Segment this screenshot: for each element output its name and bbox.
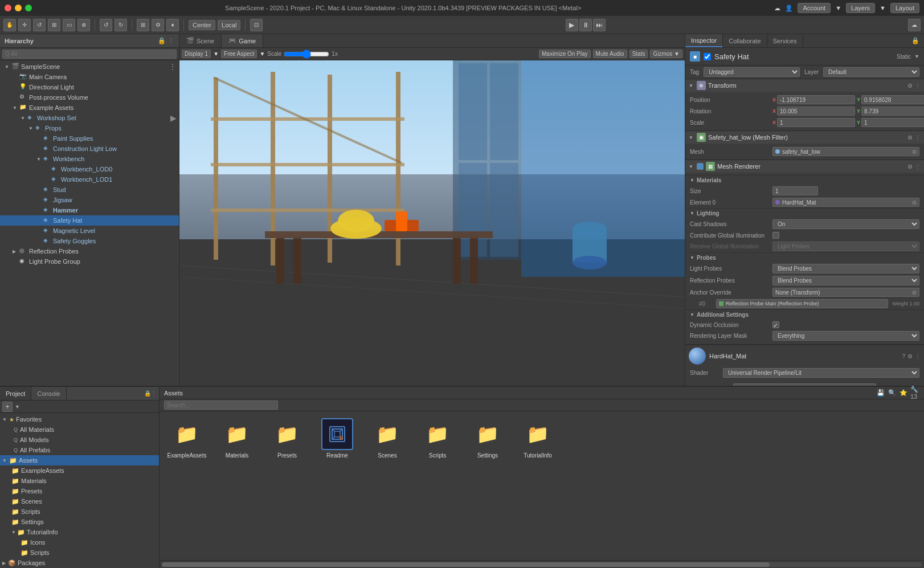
proj-item-packages[interactable]: ▶ 📦 Packages: [0, 558, 159, 568]
tab-inspector[interactable]: Inspector: [685, 34, 723, 47]
scene-viewport[interactable]: [179, 60, 685, 386]
object-active-checkbox[interactable]: [704, 53, 711, 60]
hierarchy-menu-icon[interactable]: ⋮: [168, 37, 174, 44]
overflow-icon[interactable]: ⋮: [915, 353, 921, 359]
tree-item-post-process[interactable]: ⚙ Post-process Volume: [0, 92, 179, 103]
rect-tool[interactable]: ▭: [63, 19, 75, 31]
proj-item-scripts2[interactable]: 📁 Scripts: [0, 547, 159, 558]
proj-item-example-assets[interactable]: 📁 ExampleAssets: [0, 465, 159, 476]
transform-tool[interactable]: ⊕: [77, 19, 90, 31]
proj-item-tutorialinfo[interactable]: ▼ 📁 TutorialInfo: [0, 527, 159, 537]
pos-y-input[interactable]: [861, 95, 924, 104]
asset-item-scenes[interactable]: 📁 Scenes: [365, 416, 410, 461]
add-button[interactable]: +: [2, 402, 13, 412]
minimize-button[interactable]: [15, 5, 22, 11]
tree-item-reflection-probes[interactable]: ▶ ◎ Reflection Probes: [0, 246, 179, 256]
services-icon[interactable]: ☁: [908, 19, 921, 31]
scale-slider[interactable]: [284, 51, 329, 58]
tree-item-safety-hat[interactable]: ◈ Safety Hat: [0, 215, 179, 226]
assets-search-input[interactable]: [164, 401, 278, 410]
proj-item-settings[interactable]: 📁 Settings: [0, 517, 159, 527]
search-icon[interactable]: 🔍: [888, 389, 897, 398]
asset-item-example-assets[interactable]: 📁 ExampleAssets: [164, 416, 210, 461]
center-button[interactable]: Center: [189, 20, 215, 30]
tab-scene[interactable]: 🎬 Scene: [179, 34, 222, 47]
help-icon[interactable]: ?: [902, 353, 905, 359]
asset-item-tutorialinfo[interactable]: 📁 TutorialInfo: [515, 416, 561, 461]
tools-icon[interactable]: ⚙: [152, 19, 164, 31]
tab-project[interactable]: Project: [0, 387, 31, 400]
contrib-gi-cb[interactable]: [772, 232, 779, 239]
scale-x-input[interactable]: [777, 118, 855, 127]
anchor-btn[interactable]: ◎: [912, 289, 917, 295]
proj-item-materials[interactable]: 📁 Materials: [0, 476, 159, 486]
maximize-button[interactable]: [25, 5, 32, 11]
tree-item-workbench-lod1[interactable]: ◈ Workbench_LOD1: [0, 174, 179, 185]
tree-item-workshop-set[interactable]: ▼ ◈ Workshop Set ▶: [0, 113, 179, 123]
snap-icon[interactable]: ⊡: [250, 19, 263, 31]
aspect-btn[interactable]: Free Aspect: [221, 50, 257, 58]
hierarchy-lock-icon[interactable]: 🔒: [158, 37, 166, 44]
proj-item-all-materials[interactable]: Q All Materials: [0, 424, 159, 435]
layers-button[interactable]: Layers: [846, 3, 875, 13]
proj-item-all-prefabs[interactable]: Q All Prefabs: [0, 445, 159, 455]
maximize-btn[interactable]: Maximize On Play: [539, 50, 591, 58]
lock-icon[interactable]: 🔒: [907, 34, 924, 47]
display-btn[interactable]: Display 1: [182, 50, 211, 58]
tree-item-workbench[interactable]: ▼ ◈ Workbench: [0, 154, 179, 164]
project-lock-icon[interactable]: 🔒: [144, 390, 151, 397]
asset-item-presets[interactable]: 📁 Presets: [264, 416, 310, 461]
rot-y-input[interactable]: [861, 107, 924, 116]
tree-item-magnetic-level[interactable]: ◈ Magnetic Level: [0, 226, 179, 236]
project-menu-icon[interactable]: ⋮: [151, 390, 157, 397]
shader-select[interactable]: Universal Render Pipeline/Lit: [723, 368, 919, 378]
dynamic-occlusion-cb[interactable]: ✓: [772, 321, 779, 328]
anchor-ref[interactable]: None (Transform) ◎: [772, 288, 919, 297]
overflow-icon[interactable]: ⋮: [915, 134, 921, 141]
context-icon[interactable]: ▶: [170, 113, 179, 122]
tag-select[interactable]: Untagged: [704, 67, 800, 77]
overflow-icon[interactable]: ⋮: [915, 83, 921, 89]
tab-collaborate[interactable]: Collaborate: [723, 34, 767, 47]
hand-tool[interactable]: ✋: [3, 19, 16, 31]
transform-header[interactable]: ▼ ⊕ Transform ⚙ ⋮: [685, 79, 924, 92]
save-icon[interactable]: 💾: [876, 389, 885, 398]
proj-item-all-models[interactable]: Q All Models: [0, 435, 159, 445]
close-button[interactable]: [5, 5, 11, 11]
undo-btn[interactable]: ↺: [100, 19, 112, 31]
tree-item-safety-goggles[interactable]: ◈ Safety Goggles: [0, 236, 179, 246]
tree-item-hammer[interactable]: ◈ Hammer: [0, 205, 179, 215]
mesh-ref[interactable]: safety_hat_low ◎: [772, 147, 919, 156]
proj-item-scripts[interactable]: 📁 Scripts: [0, 506, 159, 517]
tree-item-workbench-lod0[interactable]: ◈ Workbench_LOD0: [0, 164, 179, 174]
reflection-probes-select[interactable]: Blend Probes: [772, 276, 919, 285]
scale-y-input[interactable]: [861, 118, 924, 127]
star-icon[interactable]: ⭐: [899, 389, 908, 398]
receive-gi-select[interactable]: Light Probes: [772, 242, 919, 251]
asset-item-settings[interactable]: 📁 Settings: [465, 416, 510, 461]
asset-item-scripts[interactable]: 📁 Scripts: [415, 416, 460, 461]
layer-select[interactable]: Default: [823, 67, 919, 77]
rotate-tool[interactable]: ↺: [33, 19, 46, 31]
static-arrow[interactable]: ▼: [914, 54, 919, 59]
size-input[interactable]: [772, 186, 818, 195]
settings-icon[interactable]: ⚙: [907, 164, 913, 170]
play-button[interactable]: ▶: [566, 19, 578, 31]
account-button[interactable]: Account: [798, 3, 831, 13]
tree-item-samplescene[interactable]: ▼ 🎬 SampleScene ⋮: [0, 62, 179, 72]
proj-item-assets[interactable]: ▼ 📁 Assets: [0, 455, 159, 465]
proj-item-icons[interactable]: 📁 Icons: [0, 537, 159, 547]
renderer-checkbox[interactable]: [697, 163, 704, 170]
rendering-layer-select[interactable]: Everything: [772, 331, 919, 341]
tree-item-main-camera[interactable]: 📷 Main Camera: [0, 72, 179, 82]
pos-x-input[interactable]: [777, 95, 855, 104]
context-icon[interactable]: ⋮: [169, 62, 179, 71]
grid-icon[interactable]: ⊞: [137, 19, 149, 31]
pause-button[interactable]: ⏸: [579, 19, 592, 31]
tree-item-example-assets[interactable]: ▼ 📁 Example Assets: [0, 103, 179, 113]
move-tool[interactable]: ✛: [18, 19, 31, 31]
proj-item-presets[interactable]: 📁 Presets: [0, 486, 159, 496]
proj-item-scenes[interactable]: 📁 Scenes: [0, 496, 159, 506]
tab-console[interactable]: Console: [31, 387, 66, 400]
proj-item-favorites[interactable]: ▼ ★ Favorites: [0, 414, 159, 424]
